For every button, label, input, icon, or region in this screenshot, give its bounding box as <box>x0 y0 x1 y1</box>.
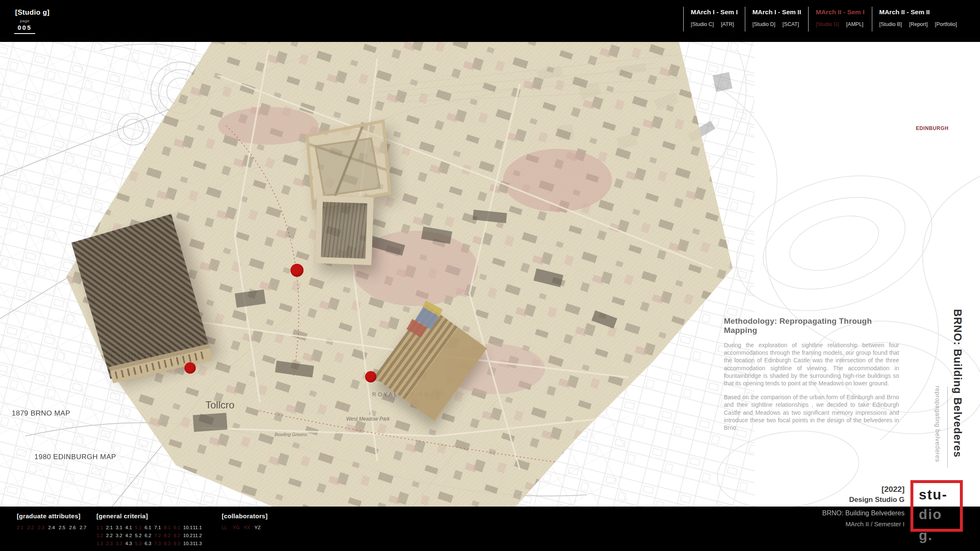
vertical-divider <box>947 387 948 468</box>
page: 1879 BRNO MAP 1980 EDINBURGH MAP EDINBUR… <box>0 0 980 551</box>
model-wood-grain <box>321 202 368 259</box>
nav-link[interactable]: [Studio C] <box>691 21 714 27</box>
vertical-project-subtitle: repropagating belvederes <box>934 386 941 462</box>
criteria-number: 3.2 <box>116 532 125 539</box>
methodology-paragraph-2: Based on the comparison of the urban for… <box>724 393 899 431</box>
label-west-meadow-park: West Meadow Park <box>346 416 390 422</box>
site-marker-fountainbridge <box>184 362 196 374</box>
criteria-row: 1.12.13.14.15.16.17.18.19.110.111.1 <box>96 523 202 531</box>
nav-link[interactable]: [Studio B] <box>879 21 902 27</box>
nav-link[interactable]: [Studio G] <box>816 21 839 27</box>
general-criteria-label: [general criteria] <box>96 512 202 520</box>
criteria-number: 7.1 <box>154 524 164 531</box>
page-label: page <box>14 18 35 23</box>
criteria-number: 5.1 <box>135 524 145 531</box>
criteria-number: 8.1 <box>164 524 174 531</box>
project-name: BRNO: Building Belvederes <box>822 507 905 519</box>
project-term: MArch II / Semester I <box>822 519 905 529</box>
criteria-number: 9.2 <box>174 532 183 539</box>
nav-group-title: MArch I - Sem II <box>752 8 801 16</box>
general-criteria-section: [general criteria] 1.12.13.14.15.16.17.1… <box>96 512 202 547</box>
graduate-attributes-label: [graduate attributes] <box>17 512 90 520</box>
nav-group: MArch I - Sem I[Studio C][ATR] <box>683 7 745 31</box>
criteria-number: 9.3 <box>174 540 183 547</box>
header-nav: MArch I - Sem I[Studio C][ATR]MArch I - … <box>683 7 964 31</box>
logo-line-2: dio g. <box>919 504 960 546</box>
criteria-number: LL <box>222 524 233 531</box>
nav-group-title: MArch I - Sem I <box>691 8 738 16</box>
criteria-number: 7.2 <box>154 532 164 539</box>
criteria-number: 8.3 <box>164 540 174 547</box>
criteria-number: 11.1 <box>193 524 202 531</box>
criteria-number: 2.1 <box>17 524 27 531</box>
vertical-project-title: BRNO: Building Belvederes <box>951 309 964 457</box>
criteria-number: 1.1 <box>96 524 106 531</box>
nav-group-title: MArch II - Sem I <box>816 8 864 16</box>
nav-link[interactable]: [ATR] <box>721 21 734 27</box>
nav-group: MArch I - Sem II[Studio D][SCAT] <box>745 7 808 31</box>
criteria-number: 2.7 <box>80 524 90 531</box>
project-year: [2022] <box>822 484 905 495</box>
nav-group-items: [Studio B][Report][Portfolio] <box>879 21 957 27</box>
nav-link[interactable]: [Studio D] <box>752 21 775 27</box>
criteria-number: 3.3 <box>116 540 125 547</box>
page-indicator: page 005 <box>14 18 35 34</box>
criteria-number: 2.5 <box>59 524 69 531</box>
nav-group-items: [Studio D][SCAT] <box>752 21 801 27</box>
criteria-number: 6.3 <box>145 540 154 547</box>
label-1980-edinburgh-map: 1980 EDINBURGH MAP <box>34 453 116 461</box>
model-frame-inner <box>314 138 381 197</box>
criteria-number: 2.3 <box>106 540 116 547</box>
criteria-number: YG <box>233 524 244 531</box>
criteria-number: 4.1 <box>125 524 135 531</box>
nav-link[interactable]: [SCAT] <box>783 21 799 27</box>
criteria-number: 10.1 <box>183 524 193 531</box>
criteria-number: 2.2 <box>106 532 116 539</box>
logo-line-1: stu- <box>919 486 960 504</box>
criteria-number: 2.1 <box>106 524 116 531</box>
nav-group: MArch II - Sem II[Studio B][Report][Port… <box>872 7 964 31</box>
label-tollcross: Tollcro <box>205 399 234 411</box>
criteria-number: 10.3 <box>183 540 193 547</box>
model-photo-open-box <box>314 195 374 265</box>
nav-link[interactable]: [Report] <box>909 21 928 27</box>
criteria-row: 1.22.23.24.25.26.27.28.29.210.211.2 <box>96 531 202 539</box>
criteria-number: 2.6 <box>69 524 80 531</box>
methodology-paragraph-1: During the exploration of sightline rela… <box>724 341 899 387</box>
nav-group: MArch II - Sem I[Studio G][AMPL] <box>808 7 871 31</box>
label-1879-brno-map: 1879 BRNO MAP <box>12 409 70 418</box>
nav-link[interactable]: [AMPL] <box>846 21 863 27</box>
criteria-number: YX <box>244 524 254 531</box>
project-info: [2022] Design Studio G BRNO: Building Be… <box>822 484 905 529</box>
header-bar: [Studio g] page 005 MArch I - Sem I[Stud… <box>0 0 980 42</box>
general-criteria-grid: 1.12.13.14.15.16.17.18.19.110.111.11.22.… <box>96 523 202 547</box>
page-number: 005 <box>14 24 35 34</box>
criteria-number: 2.3 <box>38 524 48 531</box>
studio-g-logo[interactable]: stu- dio g. <box>910 480 963 532</box>
project-studio: Design Studio G <box>822 495 905 505</box>
criteria-number: 4.3 <box>125 540 135 547</box>
criteria-number: 2.2 <box>27 524 38 531</box>
nav-group-items: [Studio G][AMPL] <box>816 21 864 27</box>
criteria-number: 6.1 <box>145 524 154 531</box>
methodology-section: Methodology: Repropagating Through Mappi… <box>724 317 899 438</box>
collaborators-label: [collaborators] <box>222 512 268 520</box>
criteria-number: YZ <box>254 524 265 531</box>
criteria-number: 1.2 <box>96 532 106 539</box>
nav-group-items: [Studio C][ATR] <box>691 21 738 27</box>
collaborators-section: [collaborators] LLYGYXYZ <box>222 512 268 531</box>
criteria-number: 4.2 <box>125 532 135 539</box>
criteria-number: 10.2 <box>183 532 193 539</box>
methodology-title: Methodology: Repropagating Through Mappi… <box>724 317 899 335</box>
collaborators-grid: LLYGYXYZ <box>222 523 268 531</box>
criteria-row: 1.32.33.34.35.36.37.38.39.310.311.3 <box>96 539 202 547</box>
criteria-number: 8.2 <box>164 532 174 539</box>
label-edinburgh-region: EDINBURGH <box>916 125 949 131</box>
nav-link[interactable]: [Portfolio] <box>935 21 957 27</box>
criteria-number: 11.2 <box>193 532 202 539</box>
site-marker-castle <box>290 264 303 277</box>
label-bowling-greens: Bowling Greens <box>275 432 307 437</box>
studio-tag[interactable]: [Studio g] <box>15 8 49 17</box>
criteria-number: 6.2 <box>145 532 154 539</box>
criteria-number: 5.3 <box>135 540 145 547</box>
